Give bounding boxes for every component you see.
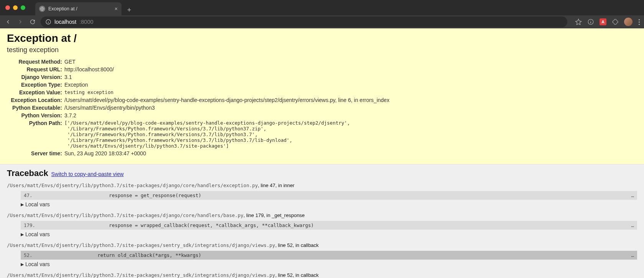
url-port: :8000: [79, 19, 93, 25]
local-vars-toggle[interactable]: Local vars: [21, 261, 637, 267]
frame-location: /Users/matt/Envs/djsentry/lib/python3.7/…: [7, 211, 637, 219]
new-tab-button[interactable]: +: [124, 5, 135, 15]
close-icon[interactable]: ×: [115, 6, 118, 12]
frame-location: /Users/matt/Envs/djsentry/lib/python3.7/…: [7, 181, 637, 189]
extension-badge[interactable]: A: [600, 18, 606, 25]
row-python-version: Python Version:3.7.2: [7, 112, 389, 119]
code-text: response = wrapped_callback(request, *ca…: [74, 222, 631, 228]
local-vars-toggle[interactable]: Local vars: [21, 201, 637, 207]
row-django-version: Django Version:3.1: [7, 73, 389, 81]
site-info-icon[interactable]: [45, 19, 51, 25]
window-close-button[interactable]: [5, 5, 10, 10]
kebab-menu-icon[interactable]: [638, 19, 640, 25]
traceback-frame: /Users/matt/Envs/djsentry/lib/python3.7/…: [7, 181, 637, 207]
traceback-frame: /Users/matt/Envs/djsentry/lib/python3.7/…: [7, 211, 637, 237]
code-line[interactable]: 47. response = get_response(request)…: [21, 191, 637, 200]
line-number: 179.: [24, 222, 74, 228]
row-exception-type: Exception Type:Exception: [7, 81, 389, 89]
frame-location: /Users/matt/Envs/djsentry/lib/python3.7/…: [7, 241, 637, 249]
url-host: localhost: [54, 19, 76, 25]
code-line[interactable]: 179. response = wrapped_callback(request…: [21, 221, 637, 230]
page-title: Exception at /: [7, 32, 637, 44]
info-icon[interactable]: [587, 18, 594, 25]
traceback-frame: /Users/matt/Envs/djsentry/lib/python3.7/…: [7, 271, 637, 278]
ellipsis-icon[interactable]: …: [631, 222, 634, 228]
window-minimize-button[interactable]: [13, 5, 18, 10]
row-python-executable: Python Executable:/Users/matt/Envs/djsen…: [7, 104, 389, 112]
line-number: 52.: [24, 252, 74, 258]
back-button[interactable]: [4, 18, 12, 26]
browser-tab-active[interactable]: Exception at / ×: [35, 2, 122, 15]
summary-table: Request Method:GET Request URL:http://lo…: [7, 58, 389, 157]
window-maximize-button[interactable]: [21, 5, 25, 10]
traceback-section: Traceback Switch to copy-and-paste view …: [0, 164, 644, 278]
browser-toolbar: localhost:8000 A: [0, 15, 644, 28]
switch-view-link[interactable]: Switch to copy-and-paste view: [51, 171, 124, 177]
row-exception-value: Exception Value:testing exception: [7, 89, 389, 96]
error-summary: Exception at / testing exception Request…: [0, 28, 644, 164]
avatar[interactable]: [624, 18, 632, 26]
code-text: response = get_response(request): [74, 192, 631, 198]
error-subtitle: testing exception: [7, 46, 637, 54]
line-number: 47.: [24, 192, 74, 198]
star-icon[interactable]: [575, 18, 582, 25]
code-line[interactable]: 52. return old_callback(*args, **kwargs)…: [21, 251, 637, 260]
traceback-frame: /Users/matt/Envs/djsentry/lib/python3.7/…: [7, 241, 637, 267]
extensions-icon[interactable]: [612, 18, 619, 25]
row-python-path: Python Path:['/Users/matt/devel/py/blog-…: [7, 119, 389, 150]
tab-title: Exception at /: [48, 6, 77, 12]
address-bar[interactable]: localhost:8000: [41, 16, 567, 27]
globe-icon: [39, 6, 45, 12]
row-request-url: Request URL:http://localhost:8000/: [7, 66, 389, 73]
window-controls: [3, 5, 28, 10]
code-text: return old_callback(*args, **kwargs): [74, 252, 631, 258]
frame-location: /Users/matt/Envs/djsentry/lib/python3.7/…: [7, 271, 637, 278]
toolbar-right: A: [575, 18, 640, 26]
ellipsis-icon[interactable]: …: [631, 192, 634, 198]
row-exception-location: Exception Location:/Users/matt/devel/py/…: [7, 96, 389, 104]
ellipsis-icon[interactable]: …: [631, 252, 634, 258]
forward-button[interactable]: [16, 18, 25, 26]
browser-titlebar: Exception at / × +: [0, 0, 644, 15]
local-vars-toggle[interactable]: Local vars: [21, 231, 637, 237]
traceback-title: Traceback: [7, 168, 48, 178]
tab-strip: Exception at / × +: [35, 0, 135, 15]
row-server-time: Server time:Sun, 23 Aug 2020 18:03:47 +0…: [7, 150, 389, 157]
row-request-method: Request Method:GET: [7, 58, 389, 66]
reload-button[interactable]: [28, 18, 37, 26]
